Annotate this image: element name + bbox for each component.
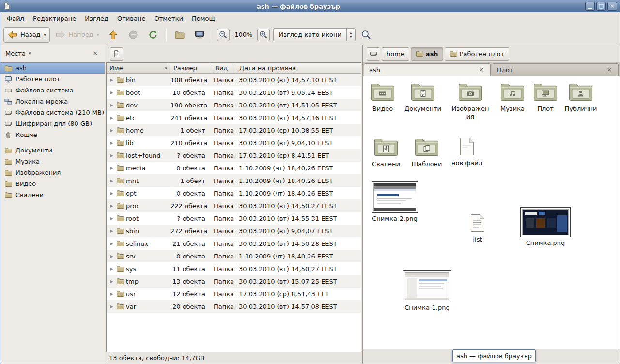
place-item[interactable]: ash (0, 62, 105, 74)
home-button[interactable] (170, 27, 189, 43)
folder-item[interactable]: Плот (531, 82, 560, 113)
menu-item[interactable]: Файл (2, 12, 29, 25)
expander-icon[interactable]: ▶ (109, 204, 114, 208)
pane-location-button[interactable] (110, 47, 123, 61)
expander-icon[interactable]: ▶ (109, 279, 114, 284)
icon-view[interactable]: ВидеоДокументиИзображенияМузикаПлотПубли… (363, 76, 620, 349)
file-row[interactable]: ▶dev190 обектаПапка30.03.2010 (вт) 14,51… (107, 99, 361, 111)
expander-icon[interactable]: ▶ (109, 216, 114, 221)
expander-icon[interactable]: ▶ (109, 191, 114, 196)
column-header-size[interactable]: Размер (170, 63, 212, 73)
folder-item[interactable]: Музика (495, 82, 530, 113)
menu-item[interactable]: Помощ (187, 12, 219, 25)
file-row[interactable]: ▶etc241 обектаПапка30.03.2010 (вт) 14,57… (107, 111, 361, 124)
close-button[interactable]: × (607, 2, 617, 11)
minimize-button[interactable]: ▁ (585, 2, 595, 11)
tab-plot[interactable]: Плот × (492, 63, 619, 76)
expander-icon[interactable]: ▶ (109, 153, 114, 158)
place-item[interactable]: Локална мрежа (0, 96, 105, 107)
path-button-ash[interactable]: ash (411, 47, 443, 61)
expander-icon[interactable]: ▶ (109, 103, 114, 107)
zoom-out-button[interactable] (217, 29, 230, 41)
place-item[interactable]: Кошче (0, 129, 105, 140)
file-row[interactable]: ▶home1 обектПапка17.03.2010 (ср) 10,38,5… (107, 124, 361, 136)
place-item[interactable]: Видео (0, 178, 105, 189)
tab-ash[interactable]: ash × (364, 63, 491, 76)
place-item[interactable]: Изображения (0, 167, 105, 178)
expander-icon[interactable]: ▶ (109, 141, 114, 145)
folder-item[interactable]: Документи (403, 82, 443, 113)
place-item[interactable]: Свалени (0, 189, 105, 200)
file-item[interactable]: нов файл (450, 137, 484, 167)
file-row[interactable]: ▶sys11 обектаПапка30.03.2010 (вт) 14,50,… (107, 262, 361, 275)
file-row[interactable]: ▶tmp13 обектаПапка30.03.2010 (вт) 15,07,… (107, 275, 361, 288)
file-row[interactable]: ▶lib210 обектаПапка30.03.2010 (вт) 9,04,… (107, 136, 361, 149)
forward-button[interactable]: Напред ▾ (51, 27, 103, 43)
combo-stepper-icon[interactable]: ▲▼ (346, 29, 355, 41)
expander-icon[interactable]: ▶ (109, 128, 114, 133)
back-button[interactable]: Назад ▾ (3, 27, 50, 43)
file-row[interactable]: ▶proc222 обектаПапка30.03.2010 (вт) 14,5… (107, 199, 361, 212)
expander-icon[interactable]: ▶ (109, 267, 114, 271)
sidebar-close-icon[interactable]: × (91, 49, 100, 58)
folder-item[interactable]: Публични (562, 82, 600, 113)
file-row[interactable]: ▶srv0 обектаПапка1.10.2009 (чт) 18,40,26… (107, 250, 361, 262)
sidebar-mode-dropdown-icon[interactable]: ▾ (28, 51, 31, 56)
image-file-item[interactable]: Снимка-1.png (402, 270, 453, 312)
reload-button[interactable] (144, 27, 162, 43)
expander-icon[interactable]: ▶ (109, 229, 114, 233)
computer-button[interactable] (190, 27, 209, 43)
expander-icon[interactable]: ▶ (109, 242, 114, 246)
search-button[interactable] (357, 27, 375, 43)
expander-icon[interactable]: ▶ (109, 78, 114, 82)
place-item[interactable]: Музика (0, 156, 105, 167)
expander-icon[interactable]: ▶ (109, 91, 114, 95)
file-row[interactable]: ▶root? обектаПапка30.03.2010 (вт) 14,55,… (107, 212, 361, 225)
title-bar[interactable]: ash — файлов браузър ▁ □ × (0, 0, 620, 12)
file-row[interactable]: ▶mnt1 обектПапка1.10.2009 (чт) 18,40,26 … (107, 174, 361, 187)
file-row[interactable]: ▶bin108 обектаПапка30.03.2010 (вт) 14,57… (107, 74, 361, 86)
zoom-in-button[interactable] (257, 29, 270, 41)
file-row[interactable]: ▶sbin272 обектаПапка30.03.2010 (вт) 9,04… (107, 225, 361, 237)
expander-icon[interactable]: ▶ (109, 179, 114, 183)
file-item[interactable]: list (461, 214, 495, 243)
tab-close-icon[interactable]: × (478, 66, 485, 74)
menu-item[interactable]: Отметки (150, 12, 187, 25)
menu-item[interactable]: Отиване (113, 12, 150, 25)
up-button[interactable] (104, 27, 123, 43)
folder-item[interactable]: Видео (364, 82, 402, 113)
zoom-level[interactable]: 100% (231, 31, 256, 38)
image-file-item[interactable]: Снимка.png (519, 207, 572, 247)
expander-icon[interactable]: ▶ (109, 292, 114, 296)
place-item[interactable]: Документи (0, 145, 105, 156)
file-row[interactable]: ▶lost+found? обектаПапка17.03.2010 (ср) … (107, 149, 361, 162)
file-row[interactable]: ▶var20 обектаПапка30.03.2010 (вт) 14,57,… (107, 300, 361, 313)
tab-close-icon[interactable]: × (605, 66, 613, 74)
view-mode-select[interactable]: Изглед като икони ▲▼ (273, 28, 356, 41)
expander-icon[interactable]: ▶ (109, 254, 114, 258)
file-row[interactable]: ▶boot10 обектаПапка30.03.2010 (вт) 9,05,… (107, 86, 361, 99)
path-button-home[interactable]: home (382, 47, 409, 61)
place-item[interactable]: Шифриран дял (80 GB) (0, 118, 105, 129)
menu-item[interactable]: Изглед (80, 12, 113, 25)
expander-icon[interactable]: ▶ (109, 304, 114, 309)
file-row[interactable]: ▶selinux21 обектаПапка30.03.2010 (вт) 14… (107, 237, 361, 250)
folder-item[interactable]: Шаблони (408, 137, 446, 168)
path-button-desktop[interactable]: Работен плот (445, 47, 509, 61)
maximize-button[interactable]: □ (596, 2, 606, 11)
menu-item[interactable]: Редактиране (29, 12, 80, 25)
folder-item[interactable]: Свалени (367, 137, 405, 168)
file-row[interactable]: ▶usr12 обектаПапка17.03.2010 (ср) 8,51,4… (107, 288, 361, 300)
path-root-button[interactable] (367, 47, 380, 61)
stop-button[interactable] (124, 27, 142, 43)
file-row[interactable]: ▶opt0 обектаПапка1.10.2009 (чт) 18,40,26… (107, 187, 361, 199)
place-item[interactable]: Файлова система (0, 85, 105, 96)
place-item[interactable]: Файлова система (210 MB) (0, 107, 105, 118)
column-header-name[interactable]: Име ▾ (107, 63, 170, 73)
column-header-type[interactable]: Вид (212, 63, 236, 73)
expander-icon[interactable]: ▶ (109, 166, 114, 170)
back-history-dropdown-icon[interactable]: ▾ (43, 32, 46, 37)
expander-icon[interactable]: ▶ (109, 116, 114, 120)
column-header-modified[interactable]: Дата на промяна (236, 63, 361, 73)
image-file-item[interactable]: Снимка-2.png (370, 181, 420, 223)
